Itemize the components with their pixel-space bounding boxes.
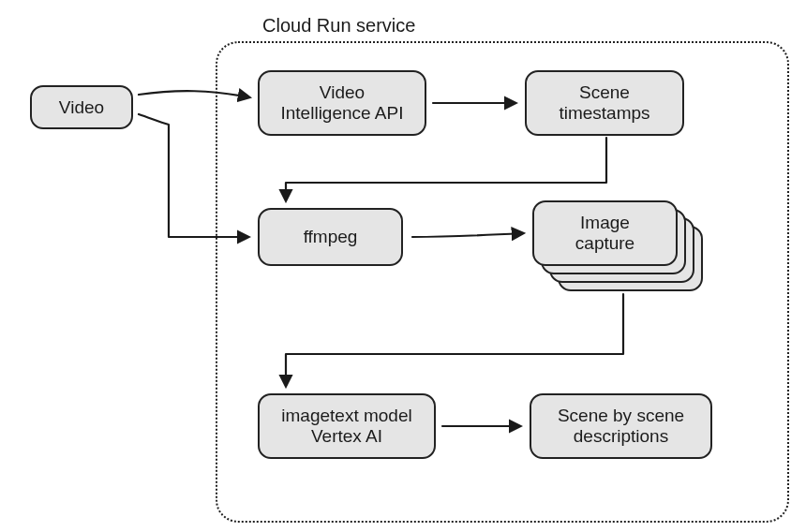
node-video: Video bbox=[30, 85, 133, 129]
node-image-capture-label: Imagecapture bbox=[575, 213, 634, 254]
node-scene-ts-label: Scenetimestamps bbox=[559, 82, 649, 124]
node-video-intel-label: VideoIntelligence API bbox=[281, 82, 404, 124]
node-scene-timestamps: Scenetimestamps bbox=[525, 70, 684, 136]
node-image-capture: Imagecapture bbox=[532, 200, 678, 266]
node-video-label: Video bbox=[59, 97, 104, 118]
node-scene-descriptions: Scene by scenedescriptions bbox=[530, 393, 712, 459]
container-label: Cloud Run service bbox=[262, 15, 415, 37]
node-imagetext-label: imagetext modelVertex AI bbox=[281, 406, 411, 447]
node-ffmpeg: ffmpeg bbox=[258, 208, 403, 266]
node-scene-desc-label: Scene by scenedescriptions bbox=[558, 406, 684, 447]
node-ffmpeg-label: ffmpeg bbox=[304, 227, 358, 247]
node-imagetext-vertex-ai: imagetext modelVertex AI bbox=[258, 393, 436, 459]
node-video-intelligence-api: VideoIntelligence API bbox=[258, 70, 426, 136]
diagram-canvas: Cloud Run service Video VideoIntelligenc… bbox=[0, 0, 806, 532]
